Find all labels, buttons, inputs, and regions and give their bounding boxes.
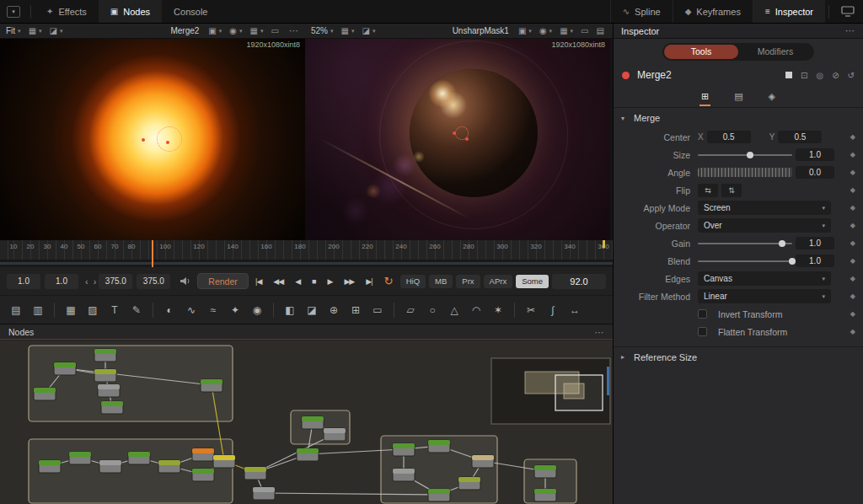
- pin-icon[interactable]: ◎: [816, 71, 823, 80]
- gain-value-input[interactable]: [796, 237, 834, 249]
- apply-mode-select[interactable]: Screen ▾: [698, 201, 831, 215]
- gain-slider[interactable]: [698, 238, 792, 249]
- resize-tool-button[interactable]: ⊞: [345, 300, 367, 320]
- polygon-mask-tool-button[interactable]: △: [443, 300, 465, 320]
- graph-node-0[interactable]: [54, 362, 76, 375]
- transform-tool-button[interactable]: ⊕: [323, 300, 345, 320]
- inputs-tab-icon[interactable]: ▤: [732, 88, 744, 106]
- playhead[interactable]: [152, 240, 153, 267]
- global-end-input[interactable]: [137, 274, 170, 289]
- graph-node-11[interactable]: [158, 460, 180, 473]
- fast-rewind-button[interactable]: ◀◀: [268, 275, 288, 288]
- crop-tool-button[interactable]: ▭: [367, 300, 389, 320]
- graph-node-21[interactable]: [428, 440, 450, 453]
- tab-tools[interactable]: Tools: [664, 45, 738, 59]
- keyframe-icon[interactable]: ◆: [850, 310, 855, 318]
- checker-underlay-icon[interactable]: ▦▾: [560, 26, 573, 35]
- merge-tool-button[interactable]: ◧: [279, 300, 301, 320]
- graph-node-22[interactable]: [393, 469, 415, 481]
- angle-thumbwheel[interactable]: [698, 168, 792, 177]
- keyframe-icon[interactable]: ◆: [850, 151, 855, 158]
- blend-value-input[interactable]: [796, 255, 834, 267]
- color-corrector-tool-button[interactable]: ◐: [158, 300, 180, 320]
- section-merge[interactable]: ▾ Merge: [614, 108, 863, 128]
- graph-node-13[interactable]: [192, 469, 214, 481]
- goto-end-button[interactable]: ▶|: [361, 275, 377, 288]
- versions-icon[interactable]: ⊡: [801, 71, 807, 80]
- tab-modifiers[interactable]: Modifiers: [738, 45, 812, 59]
- viewer-zoom-select-left[interactable]: Fit: [6, 26, 15, 35]
- keyframe-icon[interactable]: ◆: [850, 169, 855, 176]
- center-y-input[interactable]: [778, 131, 822, 143]
- graph-node-26[interactable]: [534, 465, 556, 478]
- global-start-input[interactable]: [7, 274, 40, 289]
- viewer-left[interactable]: 1920x1080xint8: [0, 39, 305, 240]
- topbar-console-button[interactable]: Console: [162, 0, 219, 23]
- graph-node-27[interactable]: [534, 489, 556, 501]
- keyframe-icon[interactable]: ◆: [850, 186, 855, 194]
- bspline-mask-tool-button[interactable]: ◠: [465, 300, 487, 320]
- graph-node-24[interactable]: [458, 477, 480, 490]
- topbar-nodes-button[interactable]: ▣Nodes: [99, 0, 162, 23]
- color-swatch-icon[interactable]: [785, 72, 792, 78]
- graph-node-15[interactable]: [244, 467, 266, 480]
- blur-tool-button[interactable]: ◉: [246, 300, 268, 320]
- graph-node-18[interactable]: [302, 416, 324, 429]
- timeline-scrollbar[interactable]: [0, 260, 613, 267]
- cut-tool-button[interactable]: ✂: [520, 300, 542, 320]
- keyframe-icon[interactable]: ◆: [850, 222, 855, 229]
- subview-icon[interactable]: ▣▾: [518, 26, 532, 35]
- graph-node-16[interactable]: [253, 487, 275, 500]
- center-control-handle[interactable]: [142, 138, 145, 142]
- timeline[interactable]: 1020304050607080100120140160180200220240…: [0, 240, 613, 267]
- viewer-menu-icon-left[interactable]: ⋯: [289, 25, 299, 36]
- topbar-spline-button[interactable]: ∿Spline: [610, 0, 673, 23]
- background-tool-button[interactable]: ▦: [60, 300, 82, 320]
- stretch-tool-button[interactable]: ↔: [564, 300, 586, 320]
- graph-node-10[interactable]: [128, 452, 150, 464]
- play-button[interactable]: ▶: [323, 275, 338, 288]
- keyframe-icon[interactable]: ◆: [850, 133, 855, 141]
- node-graph[interactable]: [0, 340, 613, 504]
- hiq-quality-button[interactable]: HiQ: [400, 275, 426, 288]
- graph-node-19[interactable]: [324, 428, 346, 441]
- nodes-minimap[interactable]: [491, 358, 610, 424]
- graph-node-20[interactable]: [393, 443, 415, 456]
- media-in-tool-button[interactable]: ▤: [5, 300, 27, 320]
- graph-node-17[interactable]: [297, 448, 319, 461]
- flip-horizontal-button[interactable]: ⇆: [698, 184, 718, 197]
- node-enabled-dot[interactable]: [622, 72, 630, 79]
- loop-button[interactable]: ↻: [379, 275, 399, 287]
- render-button[interactable]: Render: [197, 273, 248, 289]
- view-layout-icon[interactable]: ◪▾: [50, 26, 63, 35]
- render-end-input[interactable]: [99, 274, 132, 289]
- current-frame-input[interactable]: [552, 274, 606, 289]
- controls-tab-icon[interactable]: ⊞: [700, 88, 710, 106]
- glow-tool-button[interactable]: ✦: [224, 300, 246, 320]
- center-x-input[interactable]: [707, 131, 751, 143]
- transform-control-circle[interactable]: [157, 126, 182, 152]
- keyframe-icon[interactable]: ◆: [850, 275, 855, 282]
- topbar-keyframes-button[interactable]: ◆Keyframes: [673, 0, 753, 23]
- audio-icon[interactable]: [180, 276, 190, 286]
- graph-node-1[interactable]: [94, 349, 116, 362]
- graph-node-5[interactable]: [34, 388, 56, 400]
- mb-quality-button[interactable]: MB: [429, 275, 453, 288]
- paint-tool-button[interactable]: ✎: [126, 300, 147, 320]
- some-quality-button[interactable]: Some: [516, 275, 549, 288]
- hue-curves-tool-button[interactable]: ≈: [202, 300, 224, 320]
- render-start-input[interactable]: [45, 274, 78, 289]
- size-slider[interactable]: [698, 149, 792, 161]
- prx-quality-button[interactable]: Prx: [456, 275, 480, 288]
- checker-underlay-icon[interactable]: ▦▾: [250, 26, 264, 35]
- graph-node-8[interactable]: [69, 452, 91, 464]
- media-out-tool-button[interactable]: ▥: [27, 300, 49, 320]
- magic-wand-tool-button[interactable]: ✶: [487, 300, 509, 320]
- edges-select[interactable]: Canvas ▾: [698, 271, 831, 286]
- nodes-panel-menu-icon[interactable]: ⋯: [595, 327, 605, 337]
- flatten-transform-checkbox[interactable]: [698, 327, 707, 336]
- filter-method-select[interactable]: Linear ▾: [698, 289, 831, 303]
- blend-slider[interactable]: [698, 255, 792, 267]
- color-curves-tool-button[interactable]: ∿: [180, 300, 202, 320]
- reset-icon[interactable]: ↺: [848, 71, 855, 80]
